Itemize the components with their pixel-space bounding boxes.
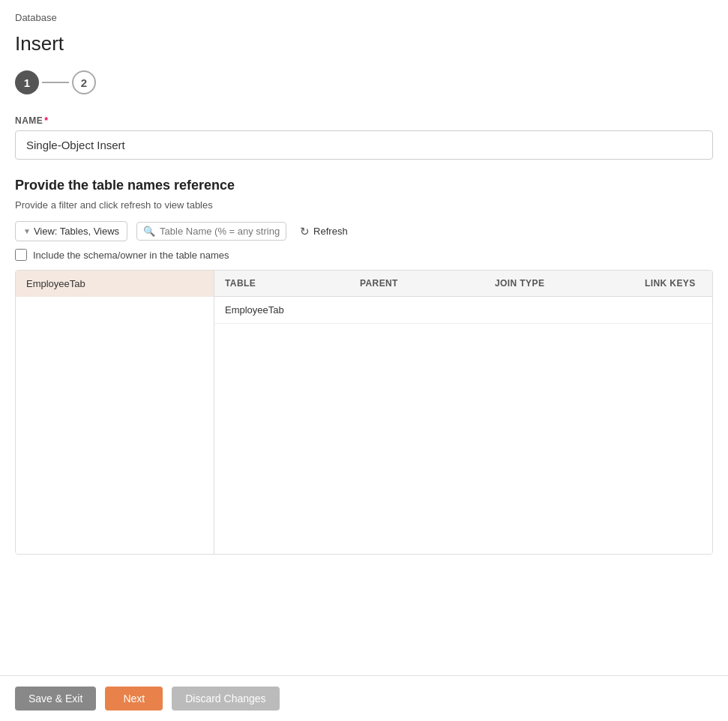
table-header: Table Parent Join Type Link Keys (214, 271, 712, 297)
view-label: View: Tables, Views (34, 226, 119, 237)
section-subtitle: Provide a filter and click refresh to vi… (15, 199, 713, 211)
step-connector (42, 82, 69, 83)
row-link-keys-cell (645, 304, 712, 316)
next-button[interactable]: Next (105, 687, 163, 711)
search-wrapper: 🔍 (136, 222, 286, 241)
view-dropdown[interactable]: ▼ View: Tables, Views (15, 221, 127, 241)
left-panel: EmployeeTab (16, 271, 214, 554)
name-label: NAME* (15, 115, 713, 126)
breadcrumb: Database (15, 12, 713, 23)
row-table-cell: EmployeeTab (225, 304, 360, 316)
schema-checkbox-row: Include the schema/owner in the table na… (15, 249, 713, 261)
page-title: Insert (15, 32, 713, 55)
col-link-keys: Link Keys (645, 278, 712, 289)
refresh-label: Refresh (313, 226, 348, 237)
page-wrapper: Database Insert 1 2 NAME* Provide the ta… (0, 0, 728, 615)
refresh-icon: ↻ (300, 225, 310, 238)
col-parent: Parent (360, 278, 495, 289)
chevron-down-icon: ▼ (23, 227, 31, 235)
schema-checkbox-label[interactable]: Include the schema/owner in the table na… (33, 250, 229, 261)
row-join-type-cell (495, 304, 645, 316)
row-parent-cell (360, 304, 495, 316)
refresh-button[interactable]: ↻ Refresh (295, 222, 352, 241)
list-item[interactable]: EmployeeTab (16, 271, 214, 297)
search-input[interactable] (160, 226, 280, 237)
name-input[interactable] (15, 130, 713, 160)
col-table: Table (225, 278, 360, 289)
footer: Save & Exit Next Discard Changes (0, 675, 728, 721)
col-join-type: Join Type (495, 278, 645, 289)
toolbar: ▼ View: Tables, Views 🔍 ↻ Refresh (15, 221, 713, 241)
right-panel: Table Parent Join Type Link Keys Employe… (214, 271, 712, 554)
section-title: Provide the table names reference (15, 178, 713, 193)
stepper: 1 2 (15, 70, 713, 94)
table-row[interactable]: EmployeeTab (214, 297, 712, 324)
schema-checkbox[interactable] (15, 249, 27, 261)
discard-changes-button[interactable]: Discard Changes (172, 687, 279, 711)
step-1: 1 (15, 70, 39, 94)
step-2: 2 (72, 70, 96, 94)
breadcrumb-link[interactable]: Database (15, 12, 57, 23)
tables-container: EmployeeTab Table Parent Join Type Link … (15, 270, 713, 555)
search-icon: 🔍 (143, 226, 155, 237)
name-field-group: NAME* (15, 115, 713, 178)
save-exit-button[interactable]: Save & Exit (15, 687, 96, 711)
